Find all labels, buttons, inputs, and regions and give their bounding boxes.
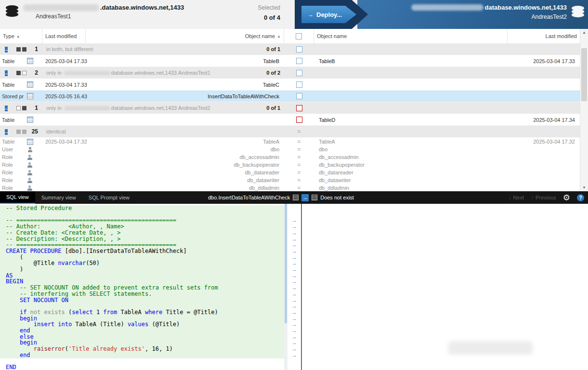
table-row[interactable]: Role db_datareader = db_datareader [0,169,580,176]
group-checkbox[interactable] [296,70,302,76]
sql-target-pane[interactable] [302,204,588,370]
group-selected-count: 0 of 1 [246,105,284,111]
code-line: -- Stored Procedure [0,205,284,211]
row-last-modified-left: 2025-03-05 16.43 [42,93,86,99]
previous-difference-button[interactable]: ↑ Previous [531,194,556,201]
diff-arrow-icon: → [287,328,301,334]
gutter-blank [287,211,301,218]
diff-arrow-icon: → [287,242,301,248]
comparison-grid: – 1 in both, but different 0 of 1 Table … [0,43,580,192]
deploy-button[interactable]: → Deploy... [301,6,356,23]
column-last-modified-right[interactable]: Last modified [508,29,580,43]
diff-arrow-icon: → [287,297,301,304]
collapse-icon[interactable]: – [5,106,8,111]
table-icon [27,58,33,64]
settings-gear-icon[interactable]: ⚙ [563,194,570,202]
group-header-only-target[interactable]: – 1 only in database.windows.net,1433 An… [0,102,580,114]
group-count: 1 [29,46,40,53]
collapse-icon[interactable]: – [5,70,8,76]
source-database-block: .database.windows.net,1433 AndreasTest1 [6,4,184,20]
group-selected-count: 0 of 1 [246,46,284,52]
column-type[interactable]: Type▲ [0,29,42,43]
column-last-modified-left[interactable]: Last modified [42,29,86,43]
row-checkbox[interactable] [296,81,302,88]
table-row[interactable]: Role db_ddladmin = db_ddladmin [0,184,580,192]
table-row[interactable]: User dbo = dbo [0,145,580,153]
column-object-name-right[interactable]: Object name [314,29,508,43]
row-checkbox[interactable] [296,58,302,64]
table-row[interactable]: Table 2025-03-04 17.33 TableB TableB 202… [0,55,580,67]
row-object-name-left: db_backupoperator [86,162,284,168]
gutter-blank [287,358,301,365]
deploy-arrow-icon: → [307,11,314,18]
code-line: else [0,334,284,340]
scrollbar-thumb[interactable] [285,204,287,323]
row-object-name-right: dbo [314,146,508,152]
row-type-label: Stored pr [2,93,27,99]
scroll-down-icon[interactable]: ▼ [580,185,588,190]
diff-arrow-icon: → [287,352,301,358]
redacted-server-prefix [64,71,110,76]
row-type-label: Role [2,162,27,168]
scroll-up-icon[interactable]: ▲ [580,30,588,35]
group-header-only-source[interactable]: – 2 only in database.windows.net,1433 An… [0,67,580,79]
diff-arrow-icon: → [287,291,301,297]
column-object-name-left[interactable]: Object name▲ [86,29,284,43]
user-icon [27,146,33,153]
down-arrow-icon: ↓ [508,194,511,201]
table-row[interactable]: Role db_accessadmin = db_accessadmin [0,153,580,161]
row-checkbox[interactable] [296,93,302,99]
code-scrollbar[interactable] [284,204,287,370]
group-checkbox[interactable] [296,46,302,53]
code-line: CREATE PROCEDURE [dbo].[InsertDataToTabl… [0,248,284,254]
target-header-panel: database.windows.net,1433 AndreasTest2 [357,0,588,29]
row-type-label: Table [2,58,27,64]
collapse-icon[interactable]: – [5,129,8,135]
row-object-name-left: db_datawriter [86,177,284,183]
group-label: identical [40,129,246,134]
table-row-selected[interactable]: Stored pr 2025-03-05 16.43 InsertDataToT… [0,91,580,102]
redacted-server-prefix [411,4,483,11]
diff-arrow-icon: → [287,321,301,328]
row-last-modified-right: 2025-03-04 17.33 [508,58,580,64]
help-icon[interactable]: ? [577,194,584,201]
gutter-blank [287,205,301,211]
select-all-checkbox[interactable] [296,33,302,40]
collapse-icon[interactable]: – [5,47,8,53]
row-checkbox-drop-warning[interactable] [296,117,302,123]
table-row[interactable]: Table 2025-03-04 17.32 TableA = TableA 2… [0,138,580,145]
code-line: AS [0,273,284,279]
equals-icon: = [298,154,301,160]
row-type-label: User [2,146,27,152]
group-count: 1 [29,105,40,111]
row-object-name-left: TableC [86,82,284,88]
tab-sql-view[interactable]: SQL view [0,191,35,204]
sql-source-pane[interactable]: -- Stored Procedure -- =================… [0,204,284,370]
grid-scrollbar[interactable]: ▲ ▼ [580,29,588,191]
tab-sql-prompt-view[interactable]: SQL Prompt view [82,191,136,204]
code-line [0,358,284,365]
table-row[interactable]: Table TableD 2025-03-04 17.34 [0,114,580,126]
next-difference-button[interactable]: ↓ Next [508,194,524,201]
table-icon [27,117,33,123]
row-last-modified-left: 2025-03-04 17.32 [42,139,86,145]
table-row[interactable]: Role db_backupoperator = db_backupoperat… [0,161,580,169]
group-label: in both, but different [40,46,246,52]
table-row[interactable]: Role db_datawriter = db_datawriter [0,176,580,184]
equals-icon: = [298,170,301,175]
group-header-identical[interactable]: – 25 identical = [0,126,580,138]
table-icon [27,81,33,88]
group-header-different[interactable]: – 1 in both, but different 0 of 1 [0,43,580,55]
row-type-label: Role [2,170,27,175]
tab-summary-view[interactable]: Summary view [35,191,82,204]
equals-icon: = [298,185,301,191]
role-icon [27,162,33,168]
table-row[interactable]: Table 2025-03-04 17.33 TableC [0,79,580,91]
row-object-name-left: dbo [86,146,284,152]
scrollbar-thumb[interactable] [581,48,587,101]
group-diff-state-icon [14,106,29,110]
diff-navigation: ↓ Next ↑ Previous ⚙ ? [508,191,584,204]
database-icon [572,7,584,17]
row-last-modified-left: 2025-03-04 17.33 [42,58,86,64]
group-checkbox-drop-warning[interactable] [296,105,302,111]
